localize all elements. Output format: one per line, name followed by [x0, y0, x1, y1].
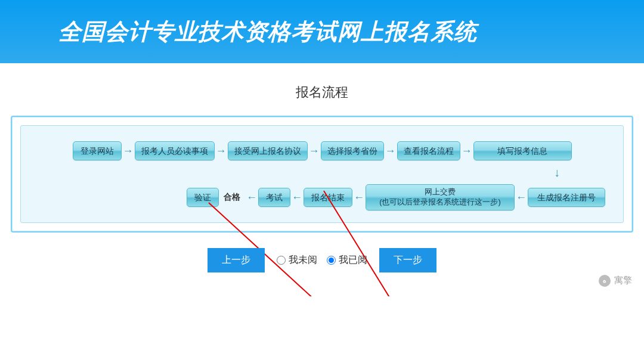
step-pay-line1: 网上交费: [372, 187, 508, 197]
flow-inner: 登录网站 → 报考人员必读事项 → 接受网上报名协议 → 选择报考省份 → 查看…: [20, 125, 624, 223]
step-login: 登录网站: [73, 141, 122, 160]
step-fillinfo: 填写报考信息: [473, 141, 572, 160]
step-end: 报名结束: [304, 188, 352, 207]
arrow-right-icon: →: [460, 145, 473, 157]
page-title: 全国会计专业技术资格考试网上报名系统: [58, 17, 477, 47]
step-agreement: 接受网上报名协议: [228, 141, 308, 160]
pass-label: 合格: [219, 192, 245, 203]
radio-read-item[interactable]: 我已阅: [327, 254, 367, 267]
next-button[interactable]: 下一步: [379, 248, 436, 272]
step-mustread: 报考人员必读事项: [135, 141, 215, 160]
radio-unread[interactable]: [277, 256, 286, 265]
arrow-left-icon: ←: [245, 191, 258, 204]
radio-read[interactable]: [327, 256, 336, 265]
step-viewflow: 查看报名流程: [397, 141, 460, 160]
arrow-right-icon: →: [215, 145, 228, 157]
arrow-down-wrap: ↓: [33, 165, 611, 179]
arrow-left-icon: ←: [515, 191, 528, 204]
arrow-down-icon: ↓: [554, 166, 560, 179]
flow-panel: 登录网站 → 报考人员必读事项 → 接受网上报名协议 → 选择报考省份 → 查看…: [11, 116, 633, 233]
step-pay: 网上交费 (也可以后登录报名系统进行这一步): [366, 184, 515, 210]
watermark-icon: ه: [599, 275, 611, 287]
radio-unread-item[interactable]: 我未阅: [277, 254, 317, 267]
read-radio-group: 我未阅 我已阅: [277, 254, 367, 267]
flow-row-1: 登录网站 → 报考人员必读事项 → 接受网上报名协议 → 选择报考省份 → 查看…: [33, 141, 611, 160]
arrow-left-icon: ←: [352, 191, 366, 204]
action-bar: 上一步 我未阅 我已阅 下一步: [0, 233, 644, 296]
arrow-left-icon: ←: [290, 191, 304, 204]
arrow-right-icon: →: [122, 145, 135, 157]
step-regnum: 生成报名注册号: [528, 188, 605, 207]
page-header: 全国会计专业技术资格考试网上报名系统: [0, 0, 644, 63]
arrow-right-icon: →: [384, 145, 397, 157]
step-verify: 验证: [187, 188, 219, 207]
section-title: 报名流程: [0, 83, 644, 101]
radio-read-label: 我已阅: [339, 254, 367, 267]
arrow-right-icon: →: [308, 145, 321, 157]
step-pay-line2: (也可以后登录报名系统进行这一步): [372, 197, 508, 207]
watermark: ه 寓擎: [599, 275, 632, 287]
prev-button[interactable]: 上一步: [208, 248, 265, 272]
flow-row-2: 验证 合格 ← 考试 ← 报名结束 ← 网上交费 (也可以后登录报名系统进行这一…: [33, 184, 611, 210]
step-province: 选择报考省份: [321, 141, 384, 160]
radio-unread-label: 我未阅: [289, 254, 317, 267]
watermark-text: 寓擎: [614, 275, 632, 286]
step-exam: 考试: [258, 188, 290, 207]
subtitle-area: 报名流程: [0, 63, 644, 116]
